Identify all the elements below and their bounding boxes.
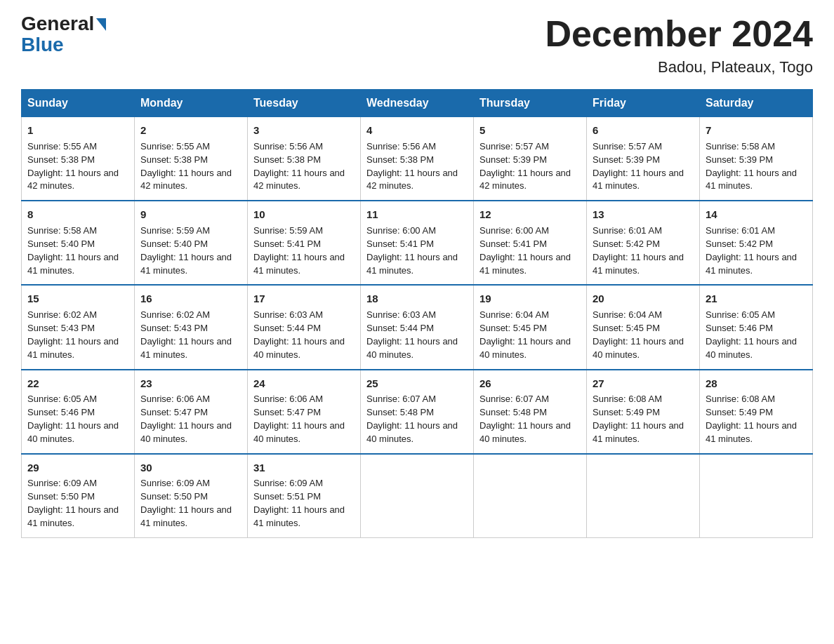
day-number: 14 — [706, 207, 807, 222]
table-row: 15 Sunrise: 6:02 AM Sunset: 5:43 PM Dayl… — [22, 285, 135, 369]
daylight-label: Daylight: 11 hours and 41 minutes. — [140, 336, 232, 360]
col-wednesday: Wednesday — [361, 90, 474, 117]
day-number: 10 — [253, 207, 355, 222]
table-row: 5 Sunrise: 5:57 AM Sunset: 5:39 PM Dayli… — [474, 117, 587, 201]
logo: General Blue — [21, 14, 106, 56]
day-number: 9 — [140, 207, 241, 222]
sunset-label: Sunset: 5:42 PM — [706, 239, 773, 249]
sunset-label: Sunset: 5:43 PM — [140, 323, 208, 333]
sunset-label: Sunset: 5:46 PM — [706, 323, 773, 333]
sunrise-label: Sunrise: 5:59 AM — [253, 225, 323, 236]
sunset-label: Sunset: 5:47 PM — [253, 407, 321, 417]
sunrise-label: Sunrise: 5:56 AM — [253, 141, 323, 152]
daylight-label: Daylight: 11 hours and 41 minutes. — [593, 252, 684, 276]
daylight-label: Daylight: 11 hours and 41 minutes. — [27, 252, 119, 276]
table-row: 11 Sunrise: 6:00 AM Sunset: 5:41 PM Dayl… — [361, 201, 474, 285]
sunset-label: Sunset: 5:44 PM — [253, 323, 321, 333]
table-row: 8 Sunrise: 5:58 AM Sunset: 5:40 PM Dayli… — [22, 201, 135, 285]
sunrise-label: Sunrise: 6:04 AM — [593, 309, 662, 320]
sunset-label: Sunset: 5:45 PM — [593, 323, 660, 333]
title-block: December 2024 Badou, Plateaux, Togo — [545, 14, 813, 76]
logo-arrow-icon — [96, 18, 106, 31]
day-number: 2 — [140, 123, 241, 138]
table-row: 16 Sunrise: 6:02 AM Sunset: 5:43 PM Dayl… — [135, 285, 248, 369]
day-number: 13 — [593, 207, 694, 222]
sunset-label: Sunset: 5:51 PM — [253, 491, 321, 502]
table-row: 22 Sunrise: 6:05 AM Sunset: 5:46 PM Dayl… — [22, 370, 135, 454]
sunrise-label: Sunrise: 6:02 AM — [27, 309, 97, 320]
table-row: 20 Sunrise: 6:04 AM Sunset: 5:45 PM Dayl… — [587, 285, 700, 369]
table-row: 18 Sunrise: 6:03 AM Sunset: 5:44 PM Dayl… — [361, 285, 474, 369]
daylight-label: Daylight: 11 hours and 40 minutes. — [593, 336, 684, 360]
daylight-label: Daylight: 11 hours and 41 minutes. — [27, 504, 119, 528]
table-row — [700, 454, 813, 538]
table-row: 9 Sunrise: 5:59 AM Sunset: 5:40 PM Dayli… — [135, 201, 248, 285]
daylight-label: Daylight: 11 hours and 41 minutes. — [366, 252, 458, 276]
sunset-label: Sunset: 5:46 PM — [27, 407, 95, 417]
sunrise-label: Sunrise: 5:55 AM — [27, 141, 97, 152]
daylight-label: Daylight: 11 hours and 41 minutes. — [140, 252, 232, 276]
day-number: 11 — [366, 207, 468, 222]
daylight-label: Daylight: 11 hours and 41 minutes. — [253, 252, 345, 276]
day-number: 24 — [253, 376, 355, 391]
table-row — [587, 454, 700, 538]
day-number: 4 — [366, 123, 468, 138]
sunrise-label: Sunrise: 6:07 AM — [479, 394, 549, 404]
day-number: 25 — [366, 376, 468, 391]
table-row: 21 Sunrise: 6:05 AM Sunset: 5:46 PM Dayl… — [700, 285, 813, 369]
sunrise-label: Sunrise: 6:01 AM — [593, 225, 662, 236]
sunset-label: Sunset: 5:43 PM — [27, 323, 95, 333]
table-row: 26 Sunrise: 6:07 AM Sunset: 5:48 PM Dayl… — [474, 370, 587, 454]
day-number: 7 — [706, 123, 807, 138]
table-row: 7 Sunrise: 5:58 AM Sunset: 5:39 PM Dayli… — [700, 117, 813, 201]
sunrise-label: Sunrise: 6:06 AM — [140, 394, 210, 404]
sunrise-label: Sunrise: 5:57 AM — [479, 141, 549, 152]
sunset-label: Sunset: 5:38 PM — [366, 154, 434, 165]
daylight-label: Daylight: 11 hours and 42 minutes. — [479, 168, 571, 192]
calendar-header-row: Sunday Monday Tuesday Wednesday Thursday… — [22, 90, 813, 117]
col-tuesday: Tuesday — [248, 90, 361, 117]
table-row: 25 Sunrise: 6:07 AM Sunset: 5:48 PM Dayl… — [361, 370, 474, 454]
sunset-label: Sunset: 5:45 PM — [479, 323, 547, 333]
sunrise-label: Sunrise: 5:58 AM — [27, 225, 97, 236]
sunrise-label: Sunrise: 6:04 AM — [479, 309, 549, 320]
day-number: 6 — [593, 123, 694, 138]
daylight-label: Daylight: 11 hours and 41 minutes. — [140, 504, 232, 528]
sunset-label: Sunset: 5:39 PM — [706, 154, 773, 165]
col-monday: Monday — [135, 90, 248, 117]
table-row: 2 Sunrise: 5:55 AM Sunset: 5:38 PM Dayli… — [135, 117, 248, 201]
daylight-label: Daylight: 11 hours and 41 minutes. — [593, 168, 684, 192]
sunset-label: Sunset: 5:44 PM — [366, 323, 434, 333]
sunrise-label: Sunrise: 6:06 AM — [253, 394, 323, 404]
day-number: 3 — [253, 123, 355, 138]
logo-blue-text: Blue — [21, 34, 64, 56]
day-number: 28 — [706, 376, 807, 391]
sunrise-label: Sunrise: 6:08 AM — [706, 394, 775, 404]
table-row: 19 Sunrise: 6:04 AM Sunset: 5:45 PM Dayl… — [474, 285, 587, 369]
sunrise-label: Sunrise: 6:05 AM — [27, 394, 97, 404]
page-header: General Blue December 2024 Badou, Platea… — [21, 14, 813, 76]
sunrise-label: Sunrise: 6:03 AM — [253, 309, 323, 320]
daylight-label: Daylight: 11 hours and 40 minutes. — [479, 420, 571, 444]
col-friday: Friday — [587, 90, 700, 117]
table-row: 24 Sunrise: 6:06 AM Sunset: 5:47 PM Dayl… — [248, 370, 361, 454]
table-row: 14 Sunrise: 6:01 AM Sunset: 5:42 PM Dayl… — [700, 201, 813, 285]
sunrise-label: Sunrise: 5:57 AM — [593, 141, 662, 152]
day-number: 16 — [140, 291, 241, 307]
daylight-label: Daylight: 11 hours and 40 minutes. — [366, 420, 458, 444]
day-number: 23 — [140, 376, 241, 391]
table-row: 28 Sunrise: 6:08 AM Sunset: 5:49 PM Dayl… — [700, 370, 813, 454]
daylight-label: Daylight: 11 hours and 40 minutes. — [140, 420, 232, 444]
day-number: 17 — [253, 291, 355, 307]
sunset-label: Sunset: 5:38 PM — [140, 154, 208, 165]
table-row: 13 Sunrise: 6:01 AM Sunset: 5:42 PM Dayl… — [587, 201, 700, 285]
sunset-label: Sunset: 5:41 PM — [366, 239, 434, 249]
daylight-label: Daylight: 11 hours and 40 minutes. — [479, 336, 571, 360]
sunset-label: Sunset: 5:39 PM — [593, 154, 660, 165]
sunset-label: Sunset: 5:41 PM — [479, 239, 547, 249]
daylight-label: Daylight: 11 hours and 40 minutes. — [27, 420, 119, 444]
col-thursday: Thursday — [474, 90, 587, 117]
table-row: 17 Sunrise: 6:03 AM Sunset: 5:44 PM Dayl… — [248, 285, 361, 369]
daylight-label: Daylight: 11 hours and 41 minutes. — [593, 420, 684, 444]
day-number: 21 — [706, 291, 807, 307]
